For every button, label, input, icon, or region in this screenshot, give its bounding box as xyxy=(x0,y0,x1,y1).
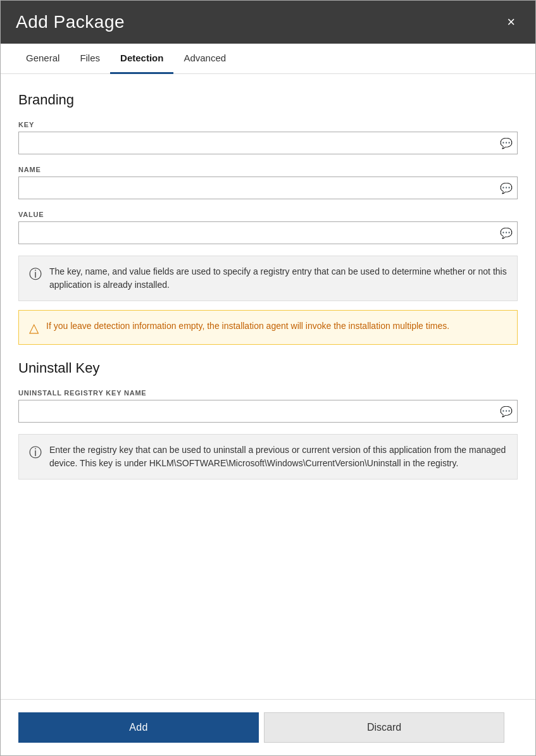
branding-warning-text: If you leave detection information empty… xyxy=(46,319,449,333)
dialog-footer: Add Discard xyxy=(1,699,535,755)
branding-warning-box: △ If you leave detection information emp… xyxy=(18,310,518,345)
add-button[interactable]: Add xyxy=(18,712,259,743)
branding-title: Branding xyxy=(18,92,518,108)
uninstall-info-icon: ⓘ xyxy=(29,444,42,461)
key-input[interactable] xyxy=(18,132,518,154)
value-input[interactable] xyxy=(18,221,518,244)
close-button[interactable]: × xyxy=(502,13,520,32)
tab-advanced[interactable]: Advanced xyxy=(173,44,236,74)
tab-bar: General Files Detection Advanced xyxy=(1,44,535,74)
key-input-wrap: 💬 xyxy=(18,132,518,154)
uninstall-key-input[interactable] xyxy=(18,400,518,423)
warning-icon: △ xyxy=(29,320,39,335)
add-package-dialog: Add Package × General Files Detection Ad… xyxy=(0,0,536,756)
branding-section: Branding KEY 💬 NAME 💬 VALUE xyxy=(18,92,518,345)
uninstall-section: Uninstall Key UNINSTALL REGISTRY KEY NAM… xyxy=(18,360,518,480)
uninstall-key-label: UNINSTALL REGISTRY KEY NAME xyxy=(18,389,518,397)
name-input[interactable] xyxy=(18,177,518,199)
name-label: NAME xyxy=(18,166,518,173)
key-label: KEY xyxy=(18,121,518,128)
key-field-group: KEY 💬 xyxy=(18,121,518,154)
tab-files[interactable]: Files xyxy=(70,44,110,74)
branding-info-text: The key, name, and value fields are used… xyxy=(49,265,507,292)
value-field-group: VALUE 💬 xyxy=(18,211,518,244)
tab-general[interactable]: General xyxy=(16,44,70,74)
name-input-wrap: 💬 xyxy=(18,177,518,199)
value-label: VALUE xyxy=(18,211,518,218)
tab-detection[interactable]: Detection xyxy=(110,44,173,74)
dialog-header: Add Package × xyxy=(1,1,535,44)
branding-info-box: ⓘ The key, name, and value fields are us… xyxy=(18,256,518,301)
uninstall-info-box: ⓘ Enter the registry key that can be use… xyxy=(18,434,518,480)
uninstall-key-field-group: UNINSTALL REGISTRY KEY NAME 💬 xyxy=(18,389,518,423)
value-input-wrap: 💬 xyxy=(18,221,518,244)
uninstall-key-input-wrap: 💬 xyxy=(18,400,518,423)
info-icon: ⓘ xyxy=(29,266,42,283)
dialog-body: Branding KEY 💬 NAME 💬 VALUE xyxy=(1,74,535,686)
uninstall-info-text: Enter the registry key that can be used … xyxy=(49,443,507,470)
name-field-group: NAME 💬 xyxy=(18,166,518,199)
dialog-title: Add Package xyxy=(16,12,125,32)
uninstall-title: Uninstall Key xyxy=(18,360,518,376)
discard-button[interactable]: Discard xyxy=(264,712,504,743)
